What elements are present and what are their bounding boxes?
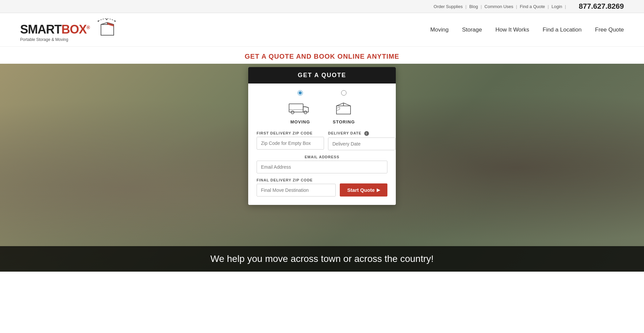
svg-rect-8 bbox=[336, 106, 351, 114]
start-quote-arrow: ▶ bbox=[377, 187, 380, 192]
nav-free-quote[interactable]: Free Quote bbox=[595, 26, 624, 33]
delivery-date-input[interactable] bbox=[328, 137, 395, 150]
storing-box-icon bbox=[332, 98, 356, 117]
logo-subtitle: Portable Storage & Moving bbox=[20, 37, 90, 42]
common-uses-link[interactable]: Common Uses bbox=[484, 4, 513, 9]
blog-link[interactable]: Blog bbox=[469, 4, 478, 9]
main-nav: Moving Storage How It Works Find a Locat… bbox=[430, 26, 624, 33]
storing-option[interactable]: STORING bbox=[332, 90, 356, 124]
quote-form: GET A QUOTE MOVING bbox=[248, 67, 396, 205]
quote-form-header: GET A QUOTE bbox=[248, 67, 396, 84]
truck-icon bbox=[288, 98, 312, 117]
final-delivery-zip-group: FINAL DELIVERY ZIP CODE bbox=[257, 178, 336, 197]
phone-number: 877.627.8269 bbox=[579, 2, 624, 11]
svg-point-3 bbox=[114, 20, 116, 22]
nav-storage[interactable]: Storage bbox=[462, 26, 482, 33]
svg-point-1 bbox=[98, 20, 99, 22]
first-delivery-zip-input[interactable] bbox=[257, 137, 324, 150]
email-input[interactable] bbox=[257, 161, 387, 173]
find-quote-link[interactable]: Find a Quote bbox=[520, 4, 545, 9]
bottom-banner: We help you move across town or across t… bbox=[0, 246, 644, 272]
final-zip-submit-row: FINAL DELIVERY ZIP CODE Start Quote ▶ bbox=[257, 178, 387, 197]
svg-rect-0 bbox=[101, 24, 114, 35]
moving-option[interactable]: MOVING bbox=[288, 90, 312, 124]
logo-text: SMARTBOX® bbox=[20, 22, 90, 37]
hero-section: GET A QUOTE MOVING bbox=[0, 64, 644, 272]
quote-form-body: MOVING STORING FIRST DELIV bbox=[248, 84, 396, 205]
delivery-date-label: DELIVERY DATE i bbox=[328, 131, 395, 136]
login-link[interactable]: Login bbox=[551, 4, 562, 9]
zip-date-row: FIRST DELIVERY ZIP CODE DELIVERY DATE i bbox=[257, 131, 387, 150]
storing-label: STORING bbox=[333, 119, 355, 124]
moving-label: MOVING bbox=[290, 119, 310, 124]
start-quote-button[interactable]: Start Quote ▶ bbox=[340, 183, 387, 197]
tagline-text: GET A QUOTE AND BOOK ONLINE ANYTIME bbox=[0, 53, 644, 60]
first-delivery-zip-group: FIRST DELIVERY ZIP CODE bbox=[257, 131, 324, 150]
delivery-date-info-icon[interactable]: i bbox=[364, 131, 369, 136]
svg-rect-4 bbox=[289, 104, 303, 112]
nav-how-it-works[interactable]: How It Works bbox=[495, 26, 529, 33]
service-options: MOVING STORING bbox=[257, 90, 387, 124]
header: SMARTBOX® Portable Storage & Moving bbox=[0, 13, 644, 47]
nav-moving[interactable]: Moving bbox=[430, 26, 449, 33]
final-delivery-zip-label: FINAL DELIVERY ZIP CODE bbox=[257, 178, 336, 182]
email-group: EMAIL ADDRESS bbox=[257, 155, 387, 173]
logo-icon bbox=[95, 18, 118, 39]
start-quote-label: Start Quote bbox=[347, 187, 375, 193]
first-delivery-zip-label: FIRST DELIVERY ZIP CODE bbox=[257, 131, 324, 135]
svg-point-2 bbox=[106, 19, 107, 20]
order-supplies-link[interactable]: Order Supplies bbox=[434, 4, 463, 9]
tagline-bar: GET A QUOTE AND BOOK ONLINE ANYTIME bbox=[0, 47, 644, 64]
bottom-banner-text: We help you move across town or across t… bbox=[210, 254, 434, 264]
top-bar: Order Supplies | Blog | Common Uses | Fi… bbox=[0, 0, 644, 13]
email-label: EMAIL ADDRESS bbox=[257, 155, 387, 159]
moving-radio[interactable] bbox=[298, 90, 303, 96]
storing-radio[interactable] bbox=[341, 90, 346, 96]
final-delivery-zip-input[interactable] bbox=[257, 184, 336, 197]
nav-find-location[interactable]: Find a Location bbox=[543, 26, 582, 33]
delivery-date-group: DELIVERY DATE i bbox=[328, 131, 395, 150]
logo: SMARTBOX® Portable Storage & Moving bbox=[20, 18, 118, 42]
